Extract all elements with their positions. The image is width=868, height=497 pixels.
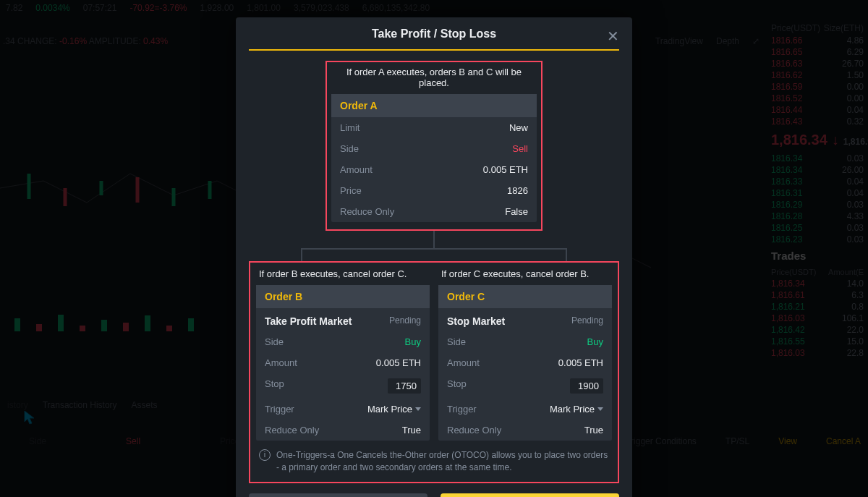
order-b-description: If order B executes, cancel order C. [256, 268, 430, 285]
order-b-header: Order B [256, 285, 430, 308]
order-a-header: Order A [331, 94, 537, 117]
order-field-key: Side [340, 143, 359, 154]
order-field-key: Amount [340, 164, 373, 175]
order-b-status: Pending [389, 315, 421, 327]
order-field-key: Reduce Only [447, 425, 501, 436]
chevron-down-icon [597, 407, 603, 411]
trigger-dropdown[interactable]: Mark Price [550, 404, 603, 415]
order-field-value: New [509, 122, 528, 133]
stop-price-input[interactable]: 1750 [388, 378, 421, 394]
stop-price-input[interactable]: 1900 [570, 378, 603, 394]
order-field-value: 1826 [507, 185, 528, 196]
order-field-value: 0.005 ETH [376, 357, 421, 368]
order-field-row: Reduce OnlyTrue [256, 420, 430, 441]
order-field-value: Buy [405, 336, 421, 347]
cancel-button[interactable]: Cancel [249, 493, 427, 497]
order-field-value: True [402, 425, 421, 436]
order-field-row: Reduce OnlyTrue [438, 420, 612, 441]
tpsl-modal: Take Profit / Stop Loss ✕ If order A exe… [236, 17, 632, 497]
order-a-highlight: If order A executes, orders B and C will… [326, 61, 542, 231]
order-field-row: Stop1750 [256, 373, 430, 399]
close-icon[interactable]: ✕ [607, 27, 619, 45]
order-field-key: Reduce Only [340, 206, 394, 217]
info-icon: i [259, 449, 271, 461]
chevron-down-icon [415, 407, 421, 411]
order-field-row: Stop1900 [438, 373, 612, 399]
order-field-row: TriggerMark Price [256, 399, 430, 420]
connector-line [433, 231, 435, 248]
order-field-value: 0.005 ETH [558, 357, 603, 368]
order-field-row: TriggerMark Price [438, 399, 612, 420]
order-field-row: SideSell [331, 138, 537, 159]
modal-divider [249, 49, 619, 51]
order-field-value: 0.005 ETH [483, 164, 528, 175]
order-field-value: Buy [587, 336, 603, 347]
order-field-key: Amount [447, 357, 480, 368]
trigger-dropdown[interactable]: Mark Price [367, 404, 421, 415]
order-field-key: Stop [447, 378, 467, 394]
order-field-key: Limit [340, 122, 359, 133]
order-c-description: If order C executes, cancel order B. [438, 268, 612, 285]
order-field-row: SideBuy [256, 331, 430, 352]
order-b-type: Take Profit Market [265, 315, 352, 327]
order-c-card: Order C Stop MarketPending SideBuyAmount… [438, 285, 612, 441]
order-a-description: If order A executes, orders B and C will… [331, 67, 537, 88]
order-c-header: Order C [438, 285, 612, 308]
order-c-type: Stop Market [447, 315, 505, 327]
otoco-info-text: One-Triggers-a One Cancels the-Other ord… [276, 449, 609, 475]
order-field-key: Trigger [447, 404, 477, 415]
order-a-card: Order A LimitNewSideSellAmount0.005 ETHP… [331, 94, 537, 222]
order-field-key: Price [340, 185, 362, 196]
otoco-info: i One-Triggers-a One Cancels the-Other o… [256, 441, 612, 476]
order-field-row: LimitNew [331, 117, 537, 138]
order-field-row: Amount0.005 ETH [331, 159, 537, 180]
connector-tee [301, 248, 567, 250]
order-field-key: Side [447, 336, 466, 347]
order-field-row: Reduce OnlyFalse [331, 201, 537, 222]
order-field-value: False [505, 206, 528, 217]
order-field-row: Amount0.005 ETH [438, 352, 612, 373]
order-field-value: True [584, 425, 603, 436]
order-field-row: SideBuy [438, 331, 612, 352]
order-field-key: Amount [265, 357, 297, 368]
order-field-value: Sell [512, 143, 528, 154]
order-field-key: Side [265, 336, 284, 347]
order-field-key: Trigger [265, 404, 294, 415]
order-field-key: Stop [265, 378, 284, 394]
orders-bc-highlight: If order B executes, cancel order C. If … [249, 261, 619, 483]
order-field-row: Amount0.005 ETH [256, 352, 430, 373]
modal-title: Take Profit / Stop Loss [236, 17, 632, 49]
order-field-key: Reduce Only [265, 425, 319, 436]
order-c-status: Pending [571, 315, 603, 327]
confirm-button[interactable]: Confirm [441, 493, 619, 497]
order-field-row: Price1826 [331, 180, 537, 201]
order-b-card: Order B Take Profit MarketPending SideBu… [256, 285, 430, 441]
